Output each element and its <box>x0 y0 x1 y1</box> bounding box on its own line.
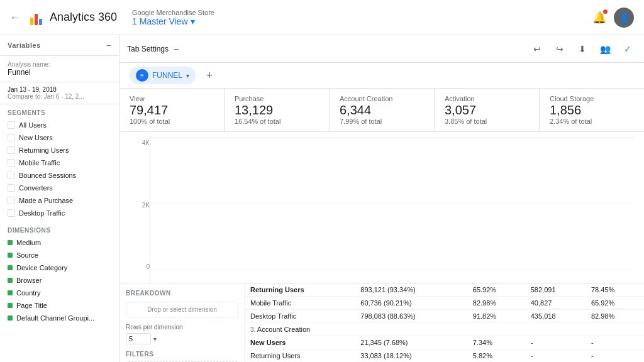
filters-title: FILTERS <box>126 351 238 358</box>
sidebar-segment-item[interactable]: All Users <box>0 119 119 131</box>
row-col4: - <box>586 349 644 363</box>
segments-list: All Users New Users Returning Users Mobi… <box>0 119 119 219</box>
sidebar-segment-item[interactable]: Desktop Traffic <box>0 207 119 219</box>
sidebar-segment-item[interactable]: Mobile Traffic <box>0 156 119 169</box>
download-button[interactable]: ⬇ <box>574 40 591 58</box>
segment-checkbox[interactable] <box>8 172 15 179</box>
row-col4: 78.45% <box>586 283 644 297</box>
main-content: Variables − Analysis name: Funnel Jan 13… <box>0 35 644 362</box>
sidebar: Variables − Analysis name: Funnel Jan 13… <box>0 35 119 362</box>
app-title: Analytics 360 <box>50 11 117 24</box>
segment-label: New Users <box>19 134 53 141</box>
dimension-color-dot <box>8 315 13 321</box>
variables-collapse[interactable]: − <box>106 40 111 50</box>
add-tab-button[interactable]: + <box>201 67 218 84</box>
sidebar-dimension-item[interactable]: Source <box>0 249 119 261</box>
top-bar-left: ← Analytics 360 <box>10 10 117 25</box>
step-name: Account Creation <box>340 95 424 102</box>
section-number: 3. <box>250 326 255 333</box>
step-percent: 7.99% of total <box>340 118 424 125</box>
rows-input[interactable] <box>126 333 151 344</box>
table-section-header: 3. Account Creation <box>245 323 644 336</box>
funnel-step: Account Creation 6,344 7.99% of total <box>330 89 435 131</box>
step-value: 13,129 <box>235 102 319 118</box>
segment-checkbox[interactable] <box>8 159 15 167</box>
variables-title: Variables <box>8 41 41 49</box>
dimension-color-dot <box>8 265 13 270</box>
undo-button[interactable]: ↩ <box>528 40 546 58</box>
profile-avatar[interactable]: 👤 <box>614 8 634 28</box>
row-col4: - <box>586 336 644 349</box>
sidebar-segment-item[interactable]: New Users <box>0 131 119 144</box>
dimension-label: Page Title <box>16 302 47 309</box>
step-percent: 100% of total <box>130 118 214 125</box>
sidebar-dimension-item[interactable]: Medium <box>0 236 119 249</box>
sidebar-dimension-item[interactable]: Country <box>0 287 119 299</box>
tab-collapse[interactable]: − <box>174 44 179 54</box>
row-col1: 21,345 (7.68%) <box>355 336 468 349</box>
step-value: 79,417 <box>130 102 214 118</box>
sidebar-segment-item[interactable]: Converters <box>0 182 119 194</box>
view-selector[interactable]: 1 Master View ▾ <box>132 16 214 26</box>
row-col3: 582,091 <box>526 283 586 297</box>
date-text: Jan 13 - 19, 2018 <box>8 86 111 93</box>
row-segment: New Users <box>245 336 355 349</box>
date-range[interactable]: Jan 13 - 19, 2018 Compare to: Jan 6 - 12… <box>0 82 119 104</box>
step-value: 6,344 <box>340 102 424 118</box>
data-table: Returning Users 893,121 (93.34%) 65.92% … <box>245 283 644 362</box>
top-bar: ← Analytics 360 Google Merchandise Store… <box>0 0 644 35</box>
funnel-icon-symbol: ≡ <box>140 72 144 79</box>
step-name: Purchase <box>235 95 319 102</box>
row-col2: 5.82% <box>468 349 526 363</box>
dimensions-header: DIMENSIONS <box>0 222 119 236</box>
funnel-type-selector[interactable]: ≡ FUNNEL ▾ <box>130 67 196 84</box>
funnel-step: Purchase 13,129 16.54% of total <box>225 89 330 131</box>
segment-label: Desktop Traffic <box>19 209 65 217</box>
segment-label: Bounced Sessions <box>19 172 76 179</box>
chart-container: View 79,417 100% of totalPurchase 13,129… <box>119 89 644 283</box>
tab-title: Tab Settings <box>127 45 169 53</box>
segment-checkbox[interactable] <box>8 197 15 204</box>
redo-button[interactable]: ↪ <box>551 40 569 58</box>
back-button[interactable]: ← <box>10 12 20 23</box>
dimension-label: Country <box>16 289 41 297</box>
sidebar-dimension-item[interactable]: Device Category <box>0 261 119 274</box>
segment-label: Returning Users <box>19 146 69 154</box>
segment-label: Converters <box>19 184 53 192</box>
sidebar-dimension-item[interactable]: Page Title <box>0 299 119 312</box>
breakdown-drop-zone[interactable]: Drop or select dimension <box>126 302 238 317</box>
dimension-color-dot <box>8 253 13 258</box>
step-percent: 2.34% of total <box>550 118 634 125</box>
funnel-steps-header: View 79,417 100% of totalPurchase 13,129… <box>119 89 644 132</box>
funnel-toolbar: ≡ FUNNEL ▾ + <box>119 63 644 89</box>
compare-text: Compare to: Jan 6 - 12, 2... <box>8 93 111 100</box>
notification-button[interactable]: 🔔 <box>592 11 606 25</box>
row-segment: Mobile Traffic <box>245 297 355 310</box>
sidebar-segment-item[interactable]: Bounced Sessions <box>0 169 119 182</box>
segment-checkbox[interactable] <box>8 184 15 192</box>
row-col2: 82.98% <box>468 297 526 310</box>
dimension-label: Medium <box>16 239 41 246</box>
sidebar-dimension-item[interactable]: Browser <box>0 274 119 287</box>
view-dropdown-arrow: ▾ <box>191 16 195 26</box>
profile-icon: 👤 <box>619 13 630 23</box>
table-step-label: 3. Account Creation <box>245 323 644 336</box>
funnel-step: Cloud Storage 1,856 2.34% of total <box>540 89 644 131</box>
segment-checkbox[interactable] <box>8 146 15 154</box>
tab-bar-right: ↩ ↪ ⬇ 👥 ✓ <box>528 40 636 58</box>
segment-checkbox[interactable] <box>8 121 15 129</box>
row-col1: 60,736 (90.21%) <box>355 297 468 310</box>
segment-label: All Users <box>19 121 47 129</box>
share-button[interactable]: 👥 <box>596 40 614 58</box>
breakdown-title: BREAKDOWN <box>126 290 238 297</box>
store-info: Google Merchandise Store 1 Master View ▾ <box>132 9 214 26</box>
sidebar-segment-item[interactable]: Made a Purchase <box>0 194 119 207</box>
segment-checkbox[interactable] <box>8 134 15 141</box>
sidebar-dimension-item[interactable]: Default Channel Groupi... <box>0 312 119 324</box>
variables-header: Variables − <box>0 35 119 56</box>
sidebar-segment-item[interactable]: Returning Users <box>0 144 119 156</box>
segment-checkbox[interactable] <box>8 209 15 217</box>
row-col2: 91.82% <box>468 310 526 323</box>
confirm-button[interactable]: ✓ <box>619 40 636 58</box>
step-name: Cloud Storage <box>550 95 634 102</box>
